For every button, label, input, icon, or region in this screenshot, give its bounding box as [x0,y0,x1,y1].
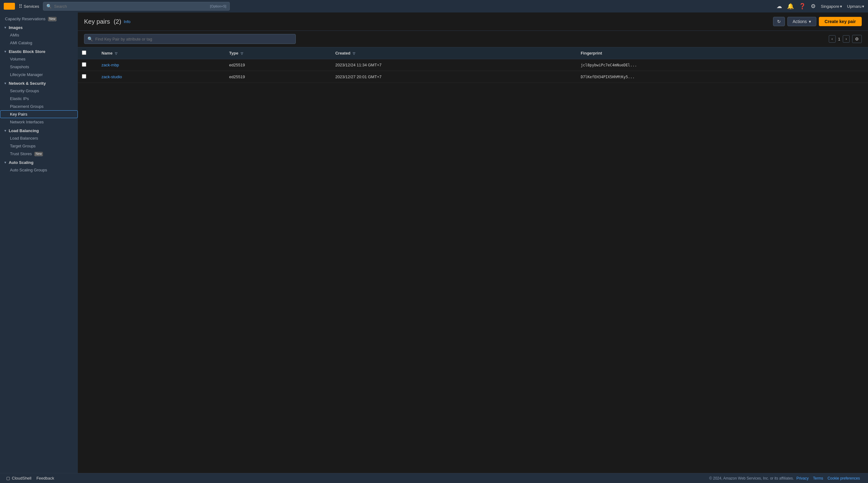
sidebar: Capacity Reservations New ▼ Images AMIs … [0,12,78,473]
select-all-checkbox[interactable] [82,51,86,55]
select-all-header [78,47,90,59]
sidebar-section-auto-scaling[interactable]: ▼ Auto Scaling [0,158,78,166]
sidebar-item-load-balancers[interactable]: Load Balancers [0,134,78,142]
user-chevron-icon: ▾ [862,4,864,9]
actions-chevron-icon: ▾ [809,19,811,24]
page-title-area: Key pairs (2) Info [84,18,130,25]
services-label: Services [24,4,39,9]
sidebar-item-security-groups[interactable]: Security Groups [0,87,78,95]
bell-icon-button[interactable]: 🔔 [787,3,794,10]
load-balancing-section-label: Load Balancing [9,129,39,133]
create-key-pair-button[interactable]: Create key pair [819,17,862,26]
terms-link[interactable]: Terms [813,476,823,481]
actions-label: Actions [793,19,807,24]
user-menu[interactable]: Upmaru ▾ [847,4,864,9]
footer-right: © 2024, Amazon Web Services, Inc. or its… [709,476,862,481]
sidebar-item-target-groups[interactable]: Target Groups [0,142,78,150]
row-type-1: ed25519 [225,71,332,83]
filter-search-icon: 🔍 [88,36,93,41]
page-title: Key pairs (2) [84,18,121,25]
sidebar-item-amis[interactable]: AMIs [0,31,78,39]
help-icon-button[interactable]: ❓ [799,3,806,10]
col-header-name[interactable]: Name ▽ [98,47,225,59]
table-row: zack-mbp ed25519 2023/12/24 11:34 GMT+7 … [78,59,868,71]
main-content: Key pairs (2) Info ↻ Actions ▾ Create ke… [78,12,868,473]
row-fingerprint-0: jcl8pybwiPc7eC4mNueDEl... [577,59,868,71]
auto-scaling-section-label: Auto Scaling [9,160,33,165]
top-nav: aws ⠿ Services 🔍 [Option+S] ☁ 🔔 ❓ ⚙ Sing… [0,0,868,12]
search-shortcut: [Option+S] [210,4,226,8]
row-checkbox-1[interactable] [82,74,86,79]
sidebar-item-ami-catalog[interactable]: AMI Catalog [0,39,78,47]
sidebar-item-network-interfaces[interactable]: Network Interfaces [0,118,78,126]
col-header-type[interactable]: Type ▽ [225,47,332,59]
row-checkbox-0[interactable] [82,62,86,67]
global-search-bar: 🔍 [Option+S] [43,2,230,10]
row-name-0[interactable]: zack-mbp [98,59,225,71]
sidebar-item-placement-groups[interactable]: Placement Groups [0,103,78,110]
row-checkbox-cell [78,59,90,71]
cloud-icon-button[interactable]: ☁ [776,3,782,10]
images-section-label: Images [9,25,23,30]
privacy-link[interactable]: Privacy [796,476,809,481]
col-header-checkbox-space [90,47,98,59]
row-created-1: 2023/12/27 20:01 GMT+7 [332,71,577,83]
region-selector[interactable]: Singapore ▾ [821,4,842,9]
aws-logo-box: aws [4,3,15,10]
settings-icon-button[interactable]: ⚙ [811,3,816,10]
nav-right: ☁ 🔔 ❓ ⚙ Singapore ▾ Upmaru ▾ [776,3,864,10]
sidebar-section-images[interactable]: ▼ Images [0,23,78,31]
search-icon: 🔍 [46,4,52,9]
sidebar-item-lifecycle-manager[interactable]: Lifecycle Manager [0,71,78,79]
copyright-text: © 2024, Amazon Web Services, Inc. or its… [709,476,794,481]
network-chevron-icon: ▼ [4,82,7,85]
next-page-button[interactable]: › [843,35,849,43]
actions-button[interactable]: Actions ▾ [787,17,816,26]
prev-page-button[interactable]: ‹ [829,35,836,43]
created-sort-icon: ▽ [353,52,355,55]
region-label: Singapore [821,4,839,9]
sidebar-item-auto-scaling-groups[interactable]: Auto Scaling Groups [0,166,78,174]
sidebar-item-key-pairs[interactable]: Key Pairs [0,110,78,118]
auto-scaling-chevron-icon: ▼ [4,161,7,164]
type-sort-icon: ▽ [241,52,243,55]
sidebar-section-load-balancing[interactable]: ▼ Load Balancing [0,126,78,134]
header-actions: ↻ Actions ▾ Create key pair [773,17,862,26]
info-link[interactable]: Info [124,19,130,24]
sidebar-item-trust-stores[interactable]: Trust Stores New [0,150,78,158]
ebs-section-label: Elastic Block Store [9,49,45,54]
table-row: zack-studio ed25519 2023/12/27 20:01 GMT… [78,71,868,83]
col-header-fingerprint: Fingerprint [577,47,868,59]
sidebar-section-ebs[interactable]: ▼ Elastic Block Store [0,47,78,55]
cloudshell-button[interactable]: ▢ CloudShell [6,476,31,481]
images-chevron-icon: ▼ [4,26,7,29]
table-body: zack-mbp ed25519 2023/12/24 11:34 GMT+7 … [78,59,868,83]
col-header-created[interactable]: Created ▽ [332,47,577,59]
trust-stores-badge: New [34,152,43,156]
search-input[interactable] [54,4,208,9]
table-settings-button[interactable]: ⚙ [852,35,862,43]
page-number: 1 [838,37,840,41]
row-fingerprint-1: D7lKefEH34PIX5HhMtKy5... [577,71,868,83]
network-section-label: Network & Security [9,81,46,86]
capacity-reservations-badge: New [48,17,57,21]
services-button[interactable]: ⠿ Services [19,3,39,9]
filter-input[interactable] [95,37,292,41]
sidebar-item-snapshots[interactable]: Snapshots [0,63,78,71]
sidebar-item-elastic-ips[interactable]: Elastic IPs [0,95,78,103]
refresh-icon: ↻ [777,19,781,24]
table-header-row: Name ▽ Type ▽ Created ▽ Fingerprint [78,47,868,59]
region-chevron-icon: ▾ [840,4,842,9]
load-balancing-chevron-icon: ▼ [4,129,7,133]
refresh-button[interactable]: ↻ [773,17,785,26]
sidebar-section-network[interactable]: ▼ Network & Security [0,79,78,87]
sidebar-item-capacity-reservations[interactable]: Capacity Reservations New [0,15,78,23]
row-name-1[interactable]: zack-studio [98,71,225,83]
row-indicator-0 [90,59,98,71]
row-created-0: 2023/12/24 11:34 GMT+7 [332,59,577,71]
cookie-link[interactable]: Cookie preferences [828,476,860,481]
sidebar-item-volumes[interactable]: Volumes [0,55,78,63]
svg-text:aws: aws [5,4,13,8]
pagination-controls: ‹ 1 › ⚙ [829,35,862,43]
feedback-button[interactable]: Feedback [36,476,54,481]
